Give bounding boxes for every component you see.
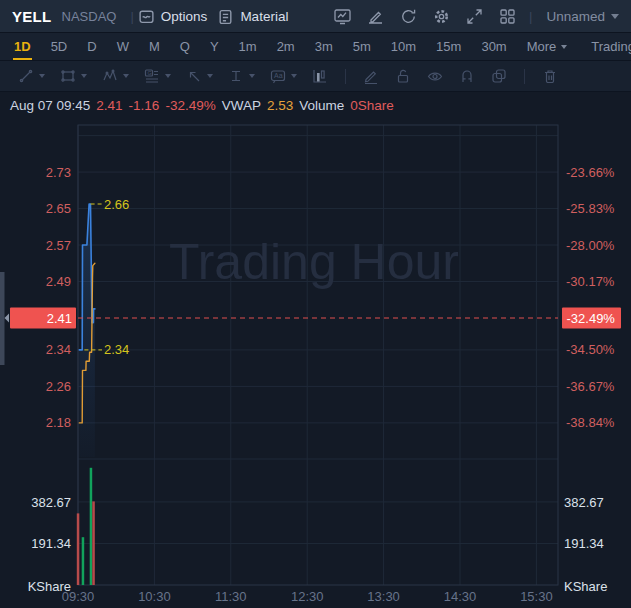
bars-pattern-icon — [311, 67, 329, 85]
bars-pattern-tool[interactable] — [311, 67, 329, 85]
trend-line-icon — [17, 67, 35, 85]
options-label: Options — [161, 9, 208, 24]
settings-button[interactable] — [432, 7, 451, 26]
svg-text:2.57: 2.57 — [46, 238, 71, 253]
watermark: Trading Hour — [169, 234, 459, 290]
volume-tick-right-2: 191.34 — [564, 536, 604, 551]
svg-text:Aa: Aa — [274, 72, 283, 79]
chart-monitor-button[interactable] — [333, 7, 352, 26]
clone-tool[interactable] — [490, 67, 508, 85]
svg-text:2.18: 2.18 — [46, 415, 71, 430]
magnet-icon — [458, 67, 476, 85]
text-note-icon: Aa — [269, 67, 287, 85]
timeframe-tab-30m[interactable]: 30m — [471, 33, 516, 60]
chart-region: Aug 07 09:45 2.41 -1.16 -32.49% VWAP 2.5… — [0, 92, 631, 608]
svg-text:G: G — [148, 70, 152, 76]
fullscreen-button[interactable] — [465, 7, 484, 26]
trading-hours-selector[interactable]: Trading Hours — [577, 33, 631, 60]
timeframe-more-menu[interactable]: More — [517, 33, 578, 60]
current-price-badge-left: 2.41 — [10, 308, 76, 329]
rectangle-icon — [59, 67, 77, 85]
price-series — [79, 204, 95, 457]
toolbar-divider — [345, 69, 346, 84]
timeframe-tab-year[interactable]: Y — [200, 33, 229, 60]
timeframe-tab-15m[interactable]: 15m — [426, 33, 471, 60]
price-axis-labels: 2.73-23.66%2.65-25.83%2.57-28.00%2.49-30… — [46, 165, 615, 431]
symbol-ticker[interactable]: YELL — [12, 8, 52, 25]
svg-text:13:30: 13:30 — [367, 589, 400, 604]
clone-icon — [490, 67, 508, 85]
current-change-pct-value: -32.49% — [567, 311, 616, 326]
svg-text:2.66: 2.66 — [104, 197, 129, 212]
chevron-down-icon — [39, 74, 45, 78]
timeframe-tab-3m[interactable]: 3m — [305, 33, 343, 60]
chevron-down-icon — [611, 14, 619, 19]
svg-text:-36.67%: -36.67% — [566, 379, 615, 394]
text-note-tool[interactable]: Aa — [269, 67, 297, 85]
top-bar: YELL NASDAQ | Options Material | — [0, 0, 631, 33]
refresh-button[interactable] — [399, 7, 418, 26]
timeframe-tab-5m[interactable]: 5m — [343, 33, 381, 60]
svg-text:12:30: 12:30 — [291, 589, 324, 604]
marker-pen-icon — [362, 67, 380, 85]
visibility-tool[interactable] — [426, 67, 444, 85]
options-button[interactable]: Options — [138, 8, 208, 25]
svg-text:11:30: 11:30 — [215, 589, 247, 604]
refresh-icon — [399, 7, 418, 26]
chart-monitor-icon — [333, 7, 352, 26]
timeframe-tab-week[interactable]: W — [107, 33, 139, 60]
svg-text:2.26: 2.26 — [46, 379, 71, 394]
volume-tick-left-2: 191.34 — [31, 536, 71, 551]
delete-tool[interactable] — [541, 67, 559, 85]
svg-text:10:30: 10:30 — [138, 589, 171, 604]
time-axis-labels: 09:3010:3011:3012:3013:3014:3015:30 — [62, 589, 553, 604]
drawing-toolbar: G Aa — [0, 61, 631, 92]
exchange-label: NASDAQ — [62, 9, 117, 24]
svg-text:2.73: 2.73 — [46, 165, 71, 180]
material-button[interactable]: Material — [217, 8, 288, 25]
chevron-down-icon — [165, 74, 171, 78]
chevron-down-icon — [249, 74, 255, 78]
divider: | — [529, 9, 532, 24]
marker-pen-tool[interactable] — [362, 67, 380, 85]
price-chart-canvas[interactable]: Trading Hour 2.662.34 2.73-23.66%2.65-25… — [0, 92, 631, 608]
wave-pattern-icon — [101, 67, 119, 85]
volume-bars — [77, 468, 95, 585]
timeframe-tab-5d[interactable]: 5D — [41, 33, 78, 60]
panel-collapse-handle[interactable] — [0, 272, 9, 365]
svg-text:-34.50%: -34.50% — [566, 342, 615, 357]
trash-icon — [541, 67, 559, 85]
magnet-tool[interactable] — [458, 67, 476, 85]
volume-tick-right-1: 382.67 — [564, 495, 604, 510]
timeframe-bar: 1D 5D D W M Q Y 1m 2m 3m 5m 10m 15m 30m … — [0, 33, 631, 61]
volume-unit-left: KShare — [28, 579, 71, 594]
arrow-tool[interactable] — [185, 67, 213, 85]
gridlines — [78, 125, 558, 585]
timeframe-tab-2m[interactable]: 2m — [267, 33, 305, 60]
svg-text:2.49: 2.49 — [46, 274, 71, 289]
account-menu[interactable]: Unnamed — [546, 9, 619, 24]
svg-text:-25.83%: -25.83% — [566, 201, 615, 216]
price-range-icon — [227, 67, 245, 85]
timeframe-tab-1m[interactable]: 1m — [229, 33, 267, 60]
edit-icon — [366, 7, 385, 26]
edit-button[interactable] — [366, 7, 385, 26]
lock-tool[interactable] — [394, 67, 412, 85]
lock-open-icon — [394, 67, 412, 85]
price-range-tool[interactable] — [227, 67, 255, 85]
svg-text:-28.00%: -28.00% — [566, 238, 615, 253]
wave-pattern-tool[interactable] — [101, 67, 129, 85]
gann-lines-tool[interactable]: G — [143, 67, 171, 85]
timeframe-tab-quarter[interactable]: Q — [170, 33, 200, 60]
timeframe-tab-1d[interactable]: 1D — [4, 33, 41, 60]
trend-line-tool[interactable] — [17, 67, 45, 85]
timeframe-tab-month[interactable]: M — [139, 33, 170, 60]
shape-tool[interactable] — [59, 67, 87, 85]
current-price-value: 2.41 — [47, 311, 72, 326]
layout-grid-button[interactable] — [498, 7, 517, 26]
material-icon — [217, 8, 234, 25]
timeframe-tab-10m[interactable]: 10m — [381, 33, 426, 60]
timeframe-tab-day[interactable]: D — [77, 33, 106, 60]
account-label: Unnamed — [546, 9, 605, 24]
toolbar-divider — [524, 69, 525, 84]
